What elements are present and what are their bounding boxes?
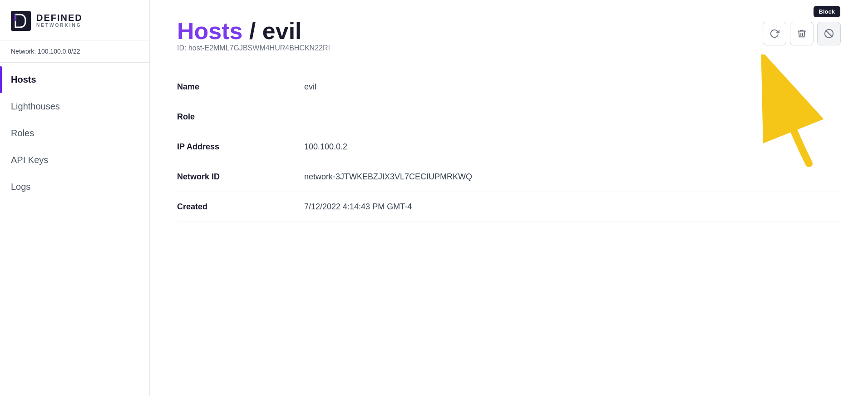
table-row: Name evil (177, 72, 841, 102)
logo-area: DEFINED NETWORKING (0, 0, 149, 40)
nav-list: Hosts Lighthouses Roles API Keys Logs (0, 63, 149, 204)
field-label-ip: IP Address (177, 132, 304, 162)
block-tooltip: Block (814, 6, 840, 17)
field-value-network-id: network-3JTWKEBZJIX3VL7CECIUPMRKWQ (304, 162, 841, 192)
block-icon (824, 29, 834, 39)
logo-networking: NETWORKING (36, 22, 83, 29)
table-row: Created 7/12/2022 4:14:43 PM GMT-4 (177, 192, 841, 222)
delete-button[interactable] (790, 22, 814, 45)
field-value-ip: 100.100.0.2 (304, 132, 841, 162)
page-title: Hosts / evil ID: host-E2MML7GJBSWM4HUR4B… (177, 18, 330, 69)
field-label-role: Role (177, 102, 304, 132)
network-label: Network: 100.100.0.0/22 (0, 40, 149, 63)
main-content: Hosts / evil ID: host-E2MML7GJBSWM4HUR4B… (150, 0, 868, 396)
logo-text: DEFINED NETWORKING (36, 13, 83, 29)
sidebar: DEFINED NETWORKING Network: 100.100.0.0/… (0, 0, 150, 396)
table-row: Role (177, 102, 841, 132)
breadcrumb-child: evil (262, 18, 302, 44)
field-label-network-id: Network ID (177, 162, 304, 192)
field-value-created: 7/12/2022 4:14:43 PM GMT-4 (304, 192, 841, 222)
field-label-created: Created (177, 192, 304, 222)
field-value-role (304, 102, 841, 132)
page-actions: Block (763, 22, 841, 45)
detail-table: Name evil Role IP Address 100.100.0.2 Ne… (177, 72, 841, 222)
block-button[interactable]: Block (817, 22, 841, 45)
breadcrumb-parent: Hosts (177, 18, 242, 44)
field-value-name: evil (304, 72, 841, 102)
field-label-name: Name (177, 72, 304, 102)
sidebar-item-api-keys[interactable]: API Keys (0, 147, 149, 173)
trash-icon (797, 29, 807, 39)
table-row: IP Address 100.100.0.2 (177, 132, 841, 162)
svg-line-2 (826, 31, 832, 37)
refresh-icon (769, 29, 779, 39)
logo-defined: DEFINED (36, 13, 83, 22)
sidebar-item-lighthouses[interactable]: Lighthouses (0, 93, 149, 120)
breadcrumb-separator: / (242, 18, 262, 44)
host-id: ID: host-E2MML7GJBSWM4HUR4BHCKN22RI (177, 44, 330, 52)
sidebar-item-logs[interactable]: Logs (0, 173, 149, 200)
refresh-button[interactable] (763, 22, 786, 45)
page-header: Hosts / evil ID: host-E2MML7GJBSWM4HUR4B… (177, 18, 841, 69)
table-row: Network ID network-3JTWKEBZJIX3VL7CECIUP… (177, 162, 841, 192)
sidebar-item-hosts[interactable]: Hosts (0, 66, 149, 93)
sidebar-item-roles[interactable]: Roles (0, 120, 149, 147)
defined-networking-logo (11, 11, 31, 31)
